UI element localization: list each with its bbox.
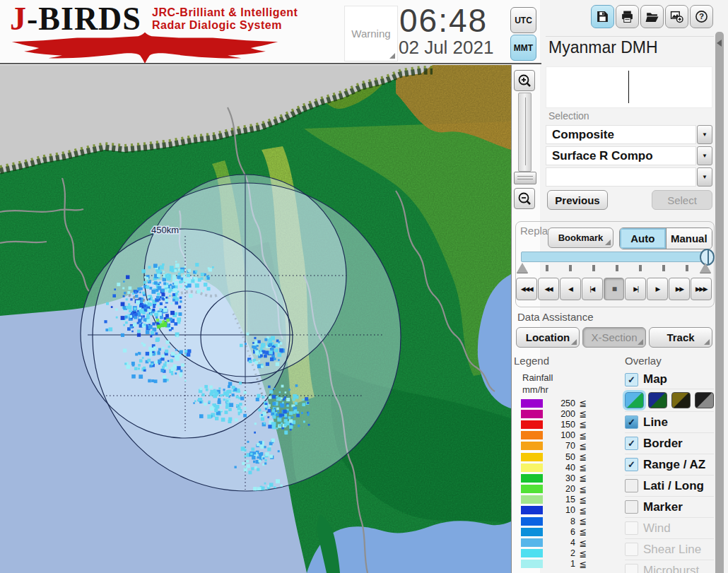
map-style-row (625, 389, 714, 412)
legend-comparator: ≦ (575, 398, 587, 408)
checkbox[interactable] (625, 479, 638, 492)
checkbox[interactable] (625, 500, 638, 514)
overlay-item-label: Microburst (643, 564, 699, 573)
select-button[interactable]: Select (652, 190, 712, 210)
overlay-item-border[interactable]: ✓Border (625, 433, 714, 454)
header-divider (0, 63, 541, 64)
legend-row: 100≦ (521, 430, 599, 441)
auto-button[interactable]: Auto (620, 228, 667, 249)
overlay-item-marker[interactable]: Marker (625, 497, 714, 518)
overlay-item-map[interactable]: ✓Map (625, 370, 714, 389)
map-zoom-slider-handle[interactable] (514, 172, 536, 184)
legend-row: 2≦ (521, 548, 599, 559)
checkbox[interactable]: ✓ (625, 373, 638, 386)
map-style-navy-green-icon[interactable] (648, 392, 667, 408)
open-folder-icon (645, 10, 659, 23)
data-assistance-x-section[interactable]: X-Section (582, 327, 646, 348)
playback-step-back[interactable]: |◀ (582, 278, 603, 300)
bookmark-label: Bookmark (558, 232, 604, 243)
open-folder-button[interactable] (640, 5, 664, 28)
data-assistance-track[interactable]: Track (649, 327, 712, 348)
overlay-item-label: Shear Line (643, 543, 701, 557)
overlay-item-shear-line[interactable]: Shear Line (625, 539, 714, 560)
legend-row: 150≦ (521, 419, 599, 430)
radar-map-viewport[interactable]: 450km (0, 65, 512, 573)
legend-value: 40 (543, 463, 575, 473)
slider-start-marker[interactable] (517, 263, 528, 273)
dropdown-extra-value[interactable] (546, 167, 696, 187)
legend-row: 50≦ (521, 451, 599, 462)
legend-value: 50 (543, 452, 575, 462)
zoom-out-icon (517, 191, 532, 206)
help-button[interactable]: ? (690, 5, 713, 28)
map-zoom-slider-track[interactable] (518, 93, 532, 172)
mmt-button[interactable]: MMT (510, 35, 536, 61)
chevron-down-icon[interactable]: ▼ (697, 167, 712, 187)
previous-button[interactable]: Previous (547, 190, 608, 210)
data-assistance-location[interactable]: Location (516, 327, 580, 348)
map-zoom-in-button[interactable] (514, 70, 535, 91)
legend-comparator: ≦ (575, 484, 587, 495)
overlay-item-line[interactable]: ✓Line (625, 412, 714, 433)
replay-slider-track[interactable] (521, 252, 712, 262)
replay-mode-toggle: Auto Manual (619, 228, 712, 249)
map-style-blue-green-icon[interactable] (625, 392, 644, 408)
chevron-down-icon[interactable]: ▼ (697, 125, 712, 144)
map-style-olive-black-icon[interactable] (671, 392, 691, 408)
add-image-button[interactable] (665, 5, 688, 28)
overlay-item-label: Range / AZ (643, 458, 705, 472)
playback-play[interactable]: ▶ (647, 278, 668, 300)
save-button[interactable] (591, 5, 614, 28)
map-style-black-gray-icon[interactable] (695, 392, 714, 408)
dropdown-category-value[interactable]: Composite (546, 125, 696, 144)
legend-swatch (521, 463, 543, 472)
overlay-item-label: Line (643, 415, 668, 430)
cursor-line (628, 71, 629, 103)
overlay-item-microburst[interactable]: Microburst (625, 560, 714, 573)
dropdown-category[interactable]: Composite ▼ (546, 125, 712, 144)
checkbox[interactable]: ✓ (625, 458, 638, 471)
checkbox[interactable] (625, 543, 638, 556)
range-ring-label: 450km (151, 225, 179, 235)
slider-tick (686, 265, 688, 271)
map-zoom-out-button[interactable] (514, 188, 535, 209)
checkbox[interactable]: ✓ (625, 415, 638, 429)
playback-rewind-fast[interactable]: ◀◀◀ (516, 278, 537, 300)
checkbox[interactable] (625, 521, 638, 535)
fold-corner-icon (638, 339, 643, 345)
playback-forward-fast[interactable]: ▶▶▶ (691, 278, 712, 300)
button-label: Track (667, 331, 694, 343)
playback-stop[interactable]: ■ (604, 278, 625, 300)
legend-comparator: ≦ (575, 538, 587, 548)
dropdown-product[interactable]: Surface R Compo ▼ (546, 146, 712, 165)
checkbox[interactable] (625, 564, 638, 573)
panel-collapse-strip[interactable] (715, 32, 724, 573)
legend-row: 30≦ (521, 473, 599, 483)
playback-step-forward[interactable]: ▶| (625, 278, 646, 300)
legend-comparator: ≦ (575, 473, 587, 483)
print-icon (621, 10, 634, 23)
playback-rewind[interactable]: ◀◀ (538, 278, 559, 300)
playback-play-reverse[interactable]: ◀ (560, 278, 581, 300)
legend-swatch (521, 517, 543, 526)
slider-end-marker[interactable] (700, 263, 711, 273)
manual-button[interactable]: Manual (667, 228, 712, 249)
playback-forward[interactable]: ▶▶ (669, 278, 690, 300)
dropdown-product-value[interactable]: Surface R Compo (546, 146, 696, 165)
legend-value: 4 (543, 538, 575, 548)
legend-swatch (521, 549, 543, 557)
warning-button[interactable]: Warning (344, 6, 398, 61)
dropdown-extra[interactable]: ▼ (546, 167, 712, 187)
legend-swatch (521, 420, 543, 429)
checkbox[interactable]: ✓ (625, 437, 638, 450)
bookmark-button[interactable]: Bookmark (548, 228, 613, 248)
chevron-down-icon[interactable]: ▼ (697, 146, 712, 165)
overlay-item-range-az[interactable]: ✓Range / AZ (625, 454, 714, 475)
slider-tick (592, 265, 595, 271)
legend-comparator: ≦ (575, 559, 587, 569)
overlay-item-lati-long[interactable]: Lati / Long (625, 475, 714, 497)
print-button[interactable] (616, 5, 639, 28)
utc-button[interactable]: UTC (510, 7, 536, 33)
overlay-item-wind[interactable]: Wind (625, 518, 714, 539)
logo-subtitle-line1: JRC-Brilliant & Intelligent (152, 6, 298, 19)
